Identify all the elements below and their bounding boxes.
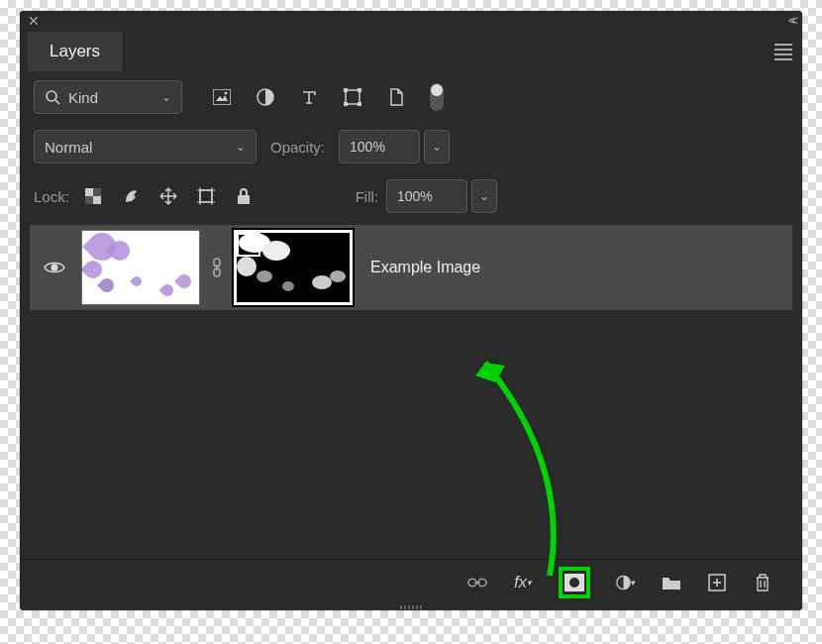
collapse-icon[interactable]: << [788, 14, 794, 28]
fill-input[interactable]: 100% [386, 179, 467, 213]
lock-artboard-icon[interactable] [196, 186, 216, 206]
filter-adjustment-icon[interactable] [256, 87, 275, 107]
delete-layer-icon[interactable] [753, 573, 772, 592]
layer-fx-icon[interactable]: fx▾ [513, 573, 533, 592]
filter-row: Kind ⌄ [20, 72, 802, 122]
fill-label: Fill: [356, 188, 378, 205]
svg-rect-6 [346, 90, 360, 104]
svg-point-31 [330, 270, 346, 282]
layer-row[interactable]: Example Image [30, 225, 792, 310]
add-layer-icon[interactable] [707, 573, 727, 592]
bottom-toolbar: fx▾ ▾ [20, 559, 802, 604]
add-group-icon[interactable] [662, 573, 681, 592]
svg-point-0 [47, 91, 56, 101]
filter-kind-dropdown[interactable]: Kind ⌄ [34, 80, 182, 114]
lock-position-icon[interactable] [158, 186, 178, 206]
add-mask-button-highlight [559, 567, 590, 598]
filter-type-icon[interactable] [299, 87, 319, 107]
panel-menu-icon[interactable] [774, 44, 792, 60]
opacity-input[interactable]: 100% [339, 130, 420, 163]
svg-rect-14 [85, 196, 93, 204]
svg-marker-3 [216, 95, 228, 101]
svg-point-28 [257, 270, 272, 282]
filter-smartobject-icon[interactable] [386, 87, 406, 107]
tab-layers-label: Layers [50, 42, 100, 60]
resize-grip[interactable] [20, 604, 802, 610]
tab-layers[interactable]: Layers [28, 32, 122, 71]
chevron-down-icon: ⌄ [161, 90, 171, 104]
lock-transparency-icon[interactable] [83, 186, 103, 206]
close-icon[interactable]: ✕ [28, 13, 40, 29]
layer-mask-thumbnail[interactable] [234, 230, 353, 305]
svg-rect-9 [344, 102, 348, 106]
lock-row: Lock: Fill: 100% ⌄ [20, 171, 802, 221]
link-icon[interactable] [210, 258, 224, 277]
filter-pixel-icon[interactable] [212, 87, 232, 107]
svg-rect-20 [238, 195, 250, 204]
add-adjustment-icon[interactable]: ▾ [616, 573, 636, 592]
blend-mode-label: Normal [45, 139, 228, 156]
filter-shape-icon[interactable] [343, 87, 362, 107]
layers-panel: ✕ << Layers Kind ⌄ [20, 11, 802, 610]
svg-point-36 [569, 578, 579, 588]
chevron-down-icon: ⌄ [236, 140, 246, 154]
svg-point-26 [262, 241, 290, 261]
filter-kind-label: Kind [68, 89, 154, 106]
opacity-value: 100% [350, 139, 385, 155]
layer-list: Example Image [20, 221, 802, 559]
svg-point-21 [51, 265, 58, 271]
svg-line-1 [55, 100, 59, 104]
lock-label: Lock: [34, 188, 69, 205]
svg-rect-13 [93, 188, 101, 196]
svg-rect-2 [213, 89, 231, 105]
svg-point-27 [237, 257, 257, 276]
svg-point-29 [282, 281, 294, 291]
lock-image-icon[interactable] [121, 186, 141, 206]
svg-rect-10 [358, 102, 361, 106]
svg-rect-15 [200, 190, 212, 202]
opacity-chevron[interactable]: ⌄ [424, 130, 450, 163]
visibility-eye-icon[interactable] [44, 260, 65, 275]
fill-chevron[interactable]: ⌄ [471, 179, 497, 213]
fill-value: 100% [397, 188, 433, 204]
svg-rect-11 [85, 188, 93, 196]
search-icon [45, 89, 60, 105]
svg-rect-8 [358, 88, 361, 92]
lock-all-icon[interactable] [234, 186, 254, 206]
opacity-label: Opacity: [270, 139, 325, 156]
svg-point-30 [312, 275, 332, 289]
link-layers-icon[interactable] [467, 573, 487, 592]
add-mask-icon[interactable] [565, 573, 584, 592]
svg-rect-7 [344, 88, 348, 92]
layer-thumbnail[interactable] [81, 230, 200, 305]
layer-name-label[interactable]: Example Image [370, 259, 480, 276]
filter-toggle[interactable] [430, 83, 444, 111]
tab-bar: Layers [20, 31, 802, 72]
blend-mode-dropdown[interactable]: Normal ⌄ [34, 130, 257, 163]
svg-rect-12 [93, 196, 101, 204]
blend-row: Normal ⌄ Opacity: 100% ⌄ [20, 122, 802, 171]
panel-titlebar: ✕ << [20, 11, 802, 31]
svg-point-4 [225, 92, 228, 95]
